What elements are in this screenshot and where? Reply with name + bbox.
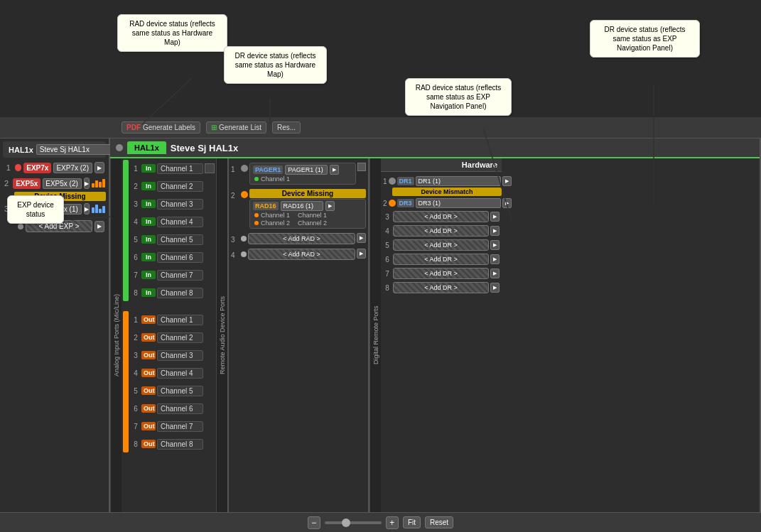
input-ch-row-5: 5 In Channel 5 bbox=[131, 231, 215, 248]
add-dr3-arrow[interactable]: ▶ bbox=[490, 212, 500, 222]
add-dr-row-5: 5 < Add DR > ▶ bbox=[381, 238, 502, 252]
annotation-rad-left: RAD device status (reflects same status … bbox=[117, 14, 227, 52]
add-dr8-arrow[interactable]: ▶ bbox=[490, 283, 500, 293]
content-area: HAL1x 1 EXP7x ▶ bbox=[0, 139, 761, 512]
output-ch-row-1: 1 Out Channel 1 bbox=[131, 311, 215, 328]
add-rad4-arrow[interactable]: ▶ bbox=[357, 249, 366, 259]
channels-container: Analog Input Ports (Mic/Line) 1 In bbox=[110, 158, 760, 512]
add-rad4-button[interactable]: < Add RAD > bbox=[248, 249, 355, 260]
rad16-arrow-btn[interactable]: ▶ bbox=[325, 201, 335, 211]
rad-device-missing-banner: Device Missing bbox=[249, 189, 366, 198]
exp1-arrow-btn[interactable]: ▶ bbox=[95, 162, 104, 173]
analog-input-label: Analog Input Ports (Mic/Line) bbox=[110, 158, 122, 512]
rad16-header: RAD16 ▶ bbox=[253, 201, 362, 211]
exp1-name-input[interactable] bbox=[53, 163, 92, 173]
hal-tab[interactable]: HAL1x bbox=[127, 141, 166, 154]
left-panel-header: HAL1x bbox=[3, 141, 106, 158]
add-dr7-button[interactable]: < Add DR > bbox=[393, 268, 489, 279]
annotation-dr-right: DR device status (reflects same status a… bbox=[590, 20, 700, 58]
generate-list-button[interactable]: ⊞ Generate List bbox=[206, 121, 266, 134]
reset-view-button[interactable]: Reset bbox=[425, 516, 453, 528]
input-ch-row-7: 7 In Channel 7 bbox=[131, 266, 215, 283]
left-panel: HAL1x 1 EXP7x ▶ bbox=[0, 139, 110, 512]
dr-section-label: Digital Remote Ports bbox=[369, 158, 381, 512]
add-dr6-arrow[interactable]: ▶ bbox=[490, 254, 500, 264]
exp3-bar3 bbox=[99, 209, 102, 213]
add-rad3-button[interactable]: < Add RAD > bbox=[248, 233, 355, 244]
reset-button[interactable]: Res... bbox=[272, 121, 301, 134]
rad-row-2: 2 Device Missing RAD16 bbox=[229, 188, 368, 230]
output-ch-row-3: 3 Out Channel 3 bbox=[131, 347, 215, 364]
add-dr4-button[interactable]: < Add DR > bbox=[393, 225, 489, 237]
zoom-out-button[interactable]: − bbox=[308, 516, 320, 529]
zoom-slider[interactable] bbox=[325, 521, 382, 524]
exp3-bar1 bbox=[92, 207, 95, 213]
dr3-name-input[interactable] bbox=[416, 198, 501, 208]
annotation-dr-left: DR device status (reflects same status a… bbox=[224, 46, 327, 84]
pager1-name-input[interactable] bbox=[285, 165, 328, 175]
input-ch-row-3: 3 In Channel 3 bbox=[131, 195, 215, 212]
main-container: RAD device status (reflects same status … bbox=[0, 0, 761, 532]
add-rad3-arrow[interactable]: ▶ bbox=[357, 233, 366, 243]
add-rad3-dot bbox=[241, 236, 247, 241]
dr2-device-mismatch-banner: Device Mismatch bbox=[392, 188, 502, 196]
dr-row-1: 1 DR1 ▶ bbox=[381, 175, 502, 188]
output-ch-row-2: 2 Out Channel 2 bbox=[131, 329, 215, 346]
dr1-arrow-btn[interactable]: ▶ bbox=[502, 176, 512, 186]
exp2-bar1 bbox=[92, 183, 95, 188]
add-exp-arrow[interactable]: ▶ bbox=[95, 221, 104, 232]
dr-section-wrapper: Digital Remote Ports Hardware 1 DR1 bbox=[369, 158, 502, 512]
add-dr5-arrow[interactable]: ▶ bbox=[490, 240, 500, 250]
input-ch-row-4: 4 In Channel 4 bbox=[131, 213, 215, 230]
output-ch-row-8: 8 Out Channel 8 bbox=[131, 435, 215, 452]
exp3-bars bbox=[92, 205, 105, 213]
ch1-box bbox=[205, 163, 215, 173]
annotation-exp-status: EXP device status bbox=[7, 195, 64, 224]
exp1-badge: EXP7x bbox=[23, 163, 51, 173]
generate-labels-button[interactable]: PDF Generate Labels bbox=[122, 121, 200, 134]
hardware-label: Hardware bbox=[462, 161, 497, 169]
rad16-ch1-dot bbox=[254, 213, 259, 217]
fit-button[interactable]: Fit bbox=[403, 516, 421, 528]
add-rad4-dot bbox=[241, 251, 247, 257]
exp2-name-input[interactable] bbox=[43, 178, 82, 189]
exp3-bar4 bbox=[102, 206, 105, 213]
dr1-name-input[interactable] bbox=[416, 176, 501, 186]
exp2-arrow-btn[interactable]: ▶ bbox=[84, 178, 90, 189]
dr1-badge: DR1 bbox=[397, 177, 414, 185]
add-dr-row-3: 3 < Add DR > ▶ bbox=[381, 210, 502, 224]
add-dr3-button[interactable]: < Add DR > bbox=[393, 211, 489, 222]
pager1-ch1: Channel 1 bbox=[253, 175, 352, 183]
rad16-dot bbox=[241, 191, 248, 198]
input-ch-row-8: 8 In Channel 8 bbox=[131, 284, 215, 301]
add-dr-row-7: 7 < Add DR > ▶ bbox=[381, 266, 502, 281]
add-dr8-button[interactable]: < Add DR > bbox=[393, 282, 489, 293]
orange-bar-output bbox=[123, 311, 129, 452]
center-header: HAL1x Steve Sj HAL1x bbox=[110, 139, 760, 158]
list-icon: ⊞ bbox=[211, 124, 217, 131]
add-dr5-button[interactable]: < Add DR > bbox=[393, 239, 489, 251]
exp-row-2: 2 EXP5x ▶ bbox=[3, 176, 106, 190]
output-ch-row-7: 7 Out Channel 7 bbox=[131, 418, 215, 435]
toolbar: PDF Generate Labels ⊞ Generate List Res.… bbox=[0, 117, 761, 139]
pager1-card: PAGER1 ▶ Channel 1 bbox=[249, 163, 356, 185]
zoom-in-button[interactable]: + bbox=[386, 516, 399, 529]
add-dr6-button[interactable]: < Add DR > bbox=[393, 254, 489, 265]
output-ch-row-4: 4 Out Channel 4 bbox=[131, 364, 215, 381]
add-dr7-arrow[interactable]: ▶ bbox=[490, 268, 500, 278]
annotation-rad-right: RAD device status (reflects same status … bbox=[405, 78, 512, 116]
exp3-arrow-btn[interactable]: ▶ bbox=[84, 203, 90, 215]
rad-section-label: Remote Audio Device Ports bbox=[216, 158, 227, 512]
rad-row-1: 1 PAGER1 ▶ bbox=[229, 161, 368, 186]
dr3-arrow-btn[interactable]: ▶ bbox=[502, 198, 512, 208]
add-dr4-arrow[interactable]: ▶ bbox=[490, 226, 500, 236]
pager1-ch1-dot bbox=[254, 177, 259, 181]
pager1-arrow-btn[interactable]: ▶ bbox=[330, 165, 339, 175]
output-ch-row-5: 5 Out Channel 5 bbox=[131, 382, 215, 399]
add-dr-row-6: 6 < Add DR > ▶ bbox=[381, 252, 502, 266]
rad16-name-input[interactable] bbox=[281, 201, 323, 211]
dr-row-2: 2 DR3 ▶ bbox=[381, 197, 502, 210]
add-dr-row-8: 8 < Add DR > ▶ bbox=[381, 281, 502, 295]
analog-input-section: Analog Input Ports (Mic/Line) 1 In bbox=[110, 158, 216, 512]
exp3-bar2 bbox=[95, 205, 98, 213]
